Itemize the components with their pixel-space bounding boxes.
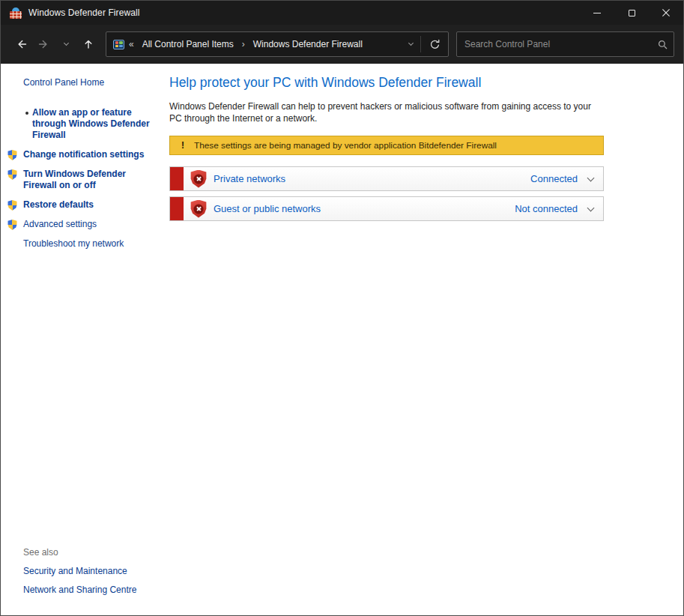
vendor-managed-banner: ! These settings are being managed by ve… [169, 136, 604, 155]
sidebar: Control Panel Home Allow an app or featu… [1, 64, 169, 615]
back-button[interactable] [10, 33, 32, 55]
uac-shield-icon [7, 200, 17, 211]
refresh-icon [429, 39, 441, 50]
maximize-button[interactable] [614, 1, 649, 25]
forward-button[interactable] [32, 33, 55, 55]
refresh-button[interactable] [421, 32, 448, 56]
recent-pages-dropdown[interactable] [55, 33, 77, 55]
sidebar-item-label: Turn Windows Defender Firewall on or off [23, 169, 152, 191]
search-icon [658, 40, 668, 49]
uac-shield-icon [7, 169, 17, 180]
link-security-and-maintenance[interactable]: Security and Maintenance [23, 566, 169, 576]
status-red-strip [170, 197, 184, 220]
chevron-down-icon [587, 204, 594, 211]
page-title: Help protect your PC with Windows Defend… [169, 75, 683, 91]
sidebar-item-change-notification-settings[interactable]: Change notification settings [1, 149, 169, 160]
close-icon [662, 8, 671, 17]
guest-public-networks-bar[interactable]: Guest or public networks Not connected [169, 196, 604, 221]
current-page-bullet-icon [25, 112, 28, 115]
firewall-off-shield-icon [190, 200, 207, 218]
sidebar-item-advanced-settings[interactable]: Advanced settings [1, 219, 169, 230]
uac-shield-icon [7, 150, 17, 160]
minimize-button[interactable] [580, 1, 614, 25]
forward-arrow-icon [37, 38, 50, 50]
navigation-bar: « All Control Panel Items › Windows Defe… [1, 25, 683, 64]
network-status: Connected [530, 173, 578, 184]
breadcrumb-item-all-control-panel-items[interactable]: All Control Panel Items [139, 38, 237, 50]
breadcrumb-item-windows-defender-firewall[interactable]: Windows Defender Firewall [249, 38, 366, 50]
chevron-down-icon [408, 40, 413, 46]
uac-shield-icon [7, 220, 17, 230]
firewall-off-shield-icon [190, 170, 207, 188]
see-also-section: See also Security and Maintenance Networ… [1, 547, 169, 603]
sidebar-item-troubleshoot-network[interactable]: Troubleshoot my network [1, 238, 169, 250]
status-red-strip [170, 167, 184, 190]
back-arrow-icon [15, 38, 28, 50]
search-button[interactable] [651, 40, 674, 49]
sidebar-item-label: Restore defaults [23, 199, 94, 211]
main-panel: Help protect your PC with Windows Defend… [169, 64, 683, 615]
sidebar-item-label: Change notification settings [23, 149, 144, 160]
sidebar-item-label: Allow an app or feature through Windows … [32, 107, 161, 141]
titlebar: Windows Defender Firewall [1, 1, 683, 25]
breadcrumb-separator-icon: › [237, 39, 249, 49]
sidebar-item-allow-app[interactable]: Allow an app or feature through Windows … [1, 107, 169, 141]
sidebar-item-control-panel-home[interactable]: Control Panel Home [23, 77, 169, 88]
expand-button[interactable] [578, 178, 603, 181]
sidebar-item-label: Advanced settings [23, 219, 97, 230]
address-bar[interactable]: « All Control Panel Items › Windows Defe… [106, 31, 449, 57]
search-input[interactable] [457, 39, 651, 49]
chevron-down-icon [63, 40, 68, 46]
expand-button[interactable] [578, 208, 603, 211]
vendor-banner-text: These settings are being managed by vend… [194, 140, 497, 151]
private-networks-bar[interactable]: Private networks Connected [169, 166, 604, 191]
address-dropdown-button[interactable] [401, 43, 420, 45]
see-also-heading: See also [23, 547, 169, 558]
sidebar-item-label: Troubleshoot my network [23, 238, 124, 250]
network-name: Private networks [214, 173, 285, 184]
close-button[interactable] [649, 1, 683, 25]
content-area: Control Panel Home Allow an app or featu… [1, 64, 683, 615]
control-panel-icon [113, 40, 124, 49]
windows-defender-firewall-window: Windows Defender Firewall « All Control … [0, 0, 684, 616]
search-box [456, 31, 674, 57]
warning-icon: ! [178, 140, 188, 151]
maximize-icon [629, 10, 635, 16]
intro-text: Windows Defender Firewall can help to pr… [169, 100, 602, 124]
window-title: Windows Defender Firewall [28, 7, 140, 18]
sidebar-item-turn-firewall-on-off[interactable]: Turn Windows Defender Firewall on or off [1, 169, 169, 191]
window-controls [580, 1, 683, 25]
up-button[interactable] [77, 33, 100, 55]
firewall-app-icon [10, 7, 22, 19]
sidebar-item-restore-defaults[interactable]: Restore defaults [1, 199, 169, 211]
network-status: Not connected [515, 203, 578, 214]
breadcrumb-overflow-chevrons[interactable]: « [124, 39, 139, 49]
chevron-down-icon [587, 174, 594, 181]
link-network-and-sharing-centre[interactable]: Network and Sharing Centre [23, 585, 169, 595]
minimize-icon [593, 13, 601, 13]
network-name: Guest or public networks [214, 203, 321, 214]
up-arrow-icon [82, 38, 94, 50]
